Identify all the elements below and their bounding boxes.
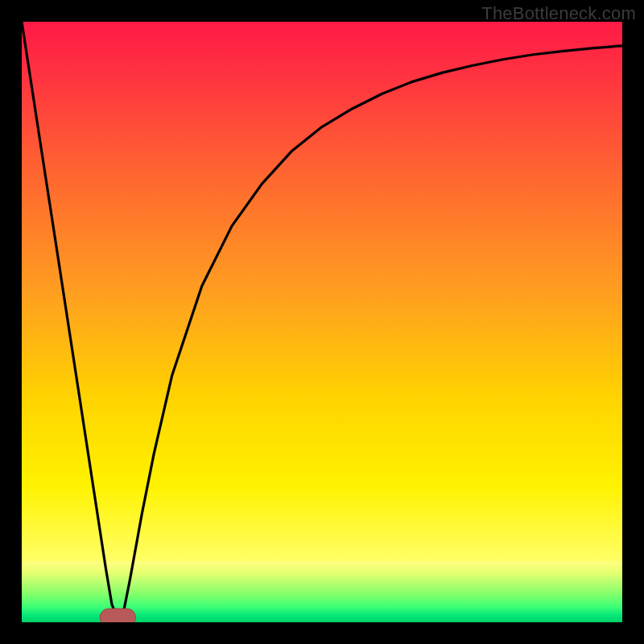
bottleneck-curve (22, 22, 622, 619)
curve-layer (22, 22, 622, 622)
plot-area (22, 22, 622, 622)
min-marker (100, 609, 135, 622)
watermark-text: TheBottleneck.com (481, 3, 636, 24)
chart-frame: TheBottleneck.com (0, 0, 644, 644)
